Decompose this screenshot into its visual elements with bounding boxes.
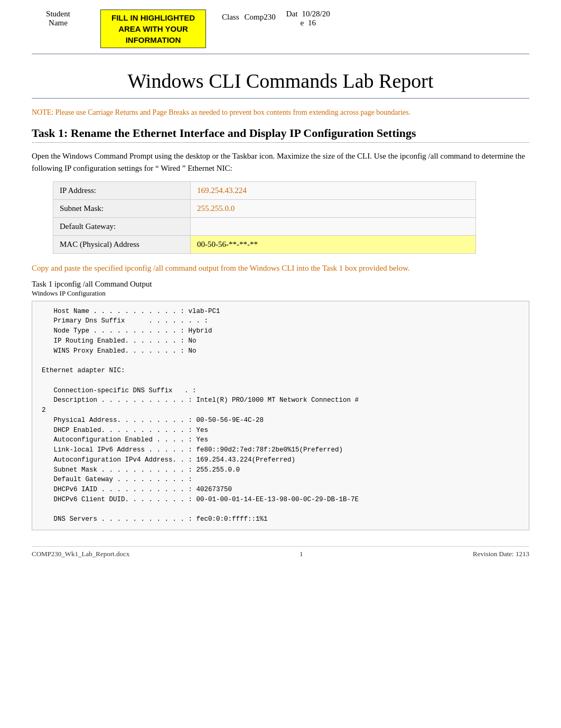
- class-label: Class: [222, 10, 239, 22]
- course-label: Comp230: [245, 10, 276, 22]
- footer-revision: Revision Date: 1213: [473, 550, 529, 558]
- ip-value[interactable]: 169.254.43.224: [191, 182, 476, 200]
- ip-label: IP Address:: [53, 182, 191, 200]
- table-row-gateway: Default Gateway:: [53, 218, 476, 236]
- table-row-mac: MAC (Physical) Address 00-50-56-**-**-**: [53, 236, 476, 254]
- task1-body: Open the Windows Command Prompt using th…: [32, 150, 529, 174]
- mac-label: MAC (Physical) Address: [53, 236, 191, 254]
- gateway-value[interactable]: [191, 218, 476, 236]
- subnet-label: Subnet Mask:: [53, 200, 191, 218]
- date-group: Dat 10/28/20 e 16: [286, 10, 330, 27]
- footer-filename: COMP230_Wk1_Lab_Report.docx: [32, 550, 129, 558]
- ip-config-table: IP Address: 169.254.43.224 Subnet Mask: …: [53, 181, 476, 254]
- main-title: Windows CLI Commands Lab Report: [32, 69, 529, 99]
- mac-value[interactable]: 00-50-56-**-**-**: [191, 236, 476, 254]
- footer-page: 1: [300, 550, 303, 558]
- gateway-label: Default Gateway:: [53, 218, 191, 236]
- note-text: NOTE: Please use Carriage Returns and Pa…: [32, 108, 529, 117]
- table-row-ip: IP Address: 169.254.43.224: [53, 182, 476, 200]
- instruction-orange: Copy and paste the specified ipconfig /a…: [32, 262, 529, 274]
- page-header: Student Name FILL IN HIGHLIGHTED AREA WI…: [32, 0, 529, 54]
- subnet-value[interactable]: 255.255.0.0: [191, 200, 476, 218]
- cmd-output-box[interactable]: Host Name . . . . . . . . . . . : vlab-P…: [32, 301, 529, 531]
- highlight-box[interactable]: FILL IN HIGHLIGHTED AREA WITH YOUR INFOR…: [100, 10, 206, 48]
- cmd-output-label: Task 1 ipconfig /all Command Output Wind…: [32, 280, 529, 298]
- student-label: Student Name: [32, 10, 85, 27]
- page-footer: COMP230_Wk1_Lab_Report.docx 1 Revision D…: [32, 546, 529, 558]
- table-row-subnet: Subnet Mask: 255.255.0.0: [53, 200, 476, 218]
- task1-heading: Task 1: Rename the Ethernet Interface an…: [32, 126, 529, 143]
